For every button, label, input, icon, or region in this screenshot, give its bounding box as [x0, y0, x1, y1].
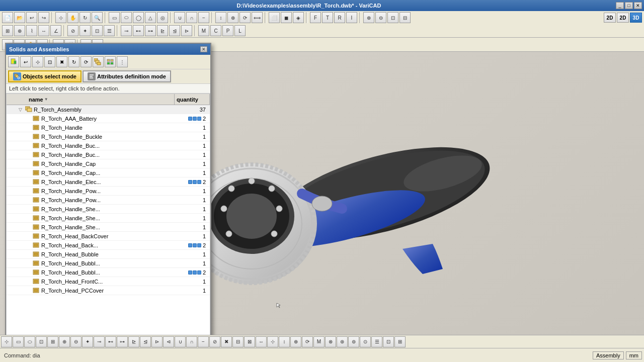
- constraint5[interactable]: ⊴: [169, 25, 180, 36]
- open-button[interactable]: 📂: [14, 12, 25, 23]
- tree-row[interactable]: R_Torch_Head_Bubbl...2: [7, 268, 210, 277]
- tree-row[interactable]: R_Torch_Handle_She...1: [7, 214, 210, 223]
- 2d-view-button[interactable]: 2D: [604, 13, 616, 23]
- box-button[interactable]: ▭: [109, 12, 120, 23]
- assembly-tree[interactable]: ⊡: [92, 25, 103, 36]
- dlg-sel2[interactable]: ⊡: [44, 56, 55, 67]
- 3d-view-button[interactable]: 3D: [630, 13, 642, 23]
- snap-line[interactable]: ⌇: [26, 25, 37, 36]
- dlg-list[interactable]: [105, 56, 116, 67]
- wireframe-button[interactable]: ⬜: [269, 12, 280, 23]
- sphere-button[interactable]: ◯: [133, 12, 144, 23]
- tree-row[interactable]: R_Torch_Handle_Pow...1: [7, 187, 210, 196]
- bt-10[interactable]: ⊷: [105, 336, 116, 347]
- new-button[interactable]: 📄: [2, 12, 13, 23]
- undo-button[interactable]: ↩: [26, 12, 37, 23]
- explode-view[interactable]: ✦: [79, 25, 91, 36]
- bt-25[interactable]: ↕: [279, 336, 290, 347]
- bt-22[interactable]: ⊠: [244, 336, 255, 347]
- torus-button[interactable]: ◎: [157, 12, 168, 23]
- tree-row[interactable]: R_Torch_Head_PCCover1: [7, 286, 210, 295]
- tree-row[interactable]: ▽ R_Torch_Assembly37: [7, 105, 210, 114]
- union-button[interactable]: ∪: [174, 12, 185, 23]
- bt-35[interactable]: ⊞: [394, 336, 406, 347]
- dlg-tree[interactable]: [93, 56, 104, 67]
- bt-34[interactable]: ⊡: [383, 336, 394, 347]
- dlg-new[interactable]: [8, 56, 19, 67]
- bt-3[interactable]: ⬭: [24, 336, 35, 347]
- objects-select-mode-button[interactable]: Objects select mode: [8, 70, 82, 82]
- render-button[interactable]: ◈: [293, 12, 304, 23]
- tree-row[interactable]: R_Torch_Handle_Cap...1: [7, 168, 210, 177]
- bt-20[interactable]: ✖: [221, 336, 232, 347]
- bt-1[interactable]: ⊹: [1, 336, 12, 347]
- bt-27[interactable]: ⟳: [302, 336, 313, 347]
- snap-grid[interactable]: ⊞: [2, 25, 13, 36]
- select-button[interactable]: ⊹: [55, 12, 66, 23]
- material-btn[interactable]: M: [198, 25, 209, 36]
- right-view[interactable]: R: [334, 12, 345, 23]
- tree-row[interactable]: R_Torch_Handle_Buckle1: [7, 132, 210, 141]
- bt-33[interactable]: ☰: [371, 336, 382, 347]
- tree-row[interactable]: R_Torch_Handle_Buc...1: [7, 150, 210, 159]
- tree-row[interactable]: R_Torch_Handle_She...1: [7, 223, 210, 232]
- tree-row[interactable]: R_Torch_Handle_Buc...1: [7, 141, 210, 150]
- constraint2[interactable]: ⊷: [133, 25, 144, 36]
- tree-row[interactable]: R_Torch_Handle_Pow...1: [7, 196, 210, 205]
- snap-point[interactable]: ⊕: [14, 25, 25, 36]
- bt-18[interactable]: −: [198, 336, 209, 347]
- bt-26[interactable]: ⊕: [290, 336, 301, 347]
- rotate3d-button[interactable]: ⟳: [239, 12, 251, 23]
- dlg-sel1[interactable]: ⊹: [32, 56, 43, 67]
- bt-19[interactable]: ⊘: [209, 336, 220, 347]
- subtract-button[interactable]: −: [198, 12, 209, 23]
- zoom-button[interactable]: 🔍: [92, 12, 103, 23]
- bt-12[interactable]: ⊵: [128, 336, 139, 347]
- bt-8[interactable]: ✦: [82, 336, 93, 347]
- col-name-header[interactable]: name ▼: [27, 94, 175, 105]
- bt-9[interactable]: ⊸: [94, 336, 105, 347]
- measure-dist[interactable]: ↔: [38, 25, 49, 36]
- bt-11[interactable]: ⊶: [117, 336, 128, 347]
- maximize-button[interactable]: □: [625, 2, 633, 9]
- mirror-button[interactable]: ⟺: [252, 12, 263, 23]
- tree-row[interactable]: R_Torch_Head_Bubbl...1: [7, 259, 210, 268]
- bt-31[interactable]: ⊚: [348, 336, 359, 347]
- dlg-ref1[interactable]: ↻: [68, 56, 79, 67]
- tree-row[interactable]: R_Torch_Head_Bubble1: [7, 250, 210, 259]
- section-view[interactable]: ⊘: [67, 25, 78, 36]
- move-button[interactable]: ↕: [215, 12, 226, 23]
- prop-btn[interactable]: P: [222, 25, 233, 36]
- bt-15[interactable]: ⊲: [163, 336, 174, 347]
- copy-button[interactable]: ⊕: [227, 12, 238, 23]
- layer-btn[interactable]: L: [234, 25, 246, 36]
- col-qty-header[interactable]: quantity: [175, 94, 210, 105]
- bt-7[interactable]: ⊖: [70, 336, 82, 347]
- shade-button[interactable]: ◼: [281, 12, 292, 23]
- attributes-mode-button[interactable]: Attributes definition mode: [83, 70, 171, 82]
- 2d-alt-button[interactable]: 2D: [617, 13, 629, 23]
- zoom-window[interactable]: ⊟: [399, 12, 411, 23]
- bt-17[interactable]: ∩: [186, 336, 197, 347]
- tree-row[interactable]: R_Torch_AAA_Battery2: [7, 114, 210, 123]
- bt-13[interactable]: ⊴: [140, 336, 151, 347]
- constraint6[interactable]: ⊳: [181, 25, 192, 36]
- dlg-del[interactable]: ✖: [56, 56, 67, 67]
- tree-content[interactable]: ▽ R_Torch_Assembly37 R_Torch_AAA_Battery…: [7, 105, 210, 335]
- tree-row[interactable]: R_Torch_Head_Back...2: [7, 241, 210, 250]
- bt-6[interactable]: ⊕: [59, 336, 70, 347]
- iso-view[interactable]: I: [346, 12, 357, 23]
- zoom-out[interactable]: ⊖: [375, 12, 386, 23]
- tree-row[interactable]: R_Torch_Head_BackCover1: [7, 232, 210, 241]
- front-view[interactable]: F: [310, 12, 321, 23]
- rotate-button[interactable]: ↻: [79, 12, 91, 23]
- color-btn[interactable]: C: [210, 25, 221, 36]
- cone-button[interactable]: △: [145, 12, 156, 23]
- bt-30[interactable]: ⊛: [337, 336, 348, 347]
- zoom-fit[interactable]: ⊡: [387, 12, 398, 23]
- bt-32[interactable]: ⊙: [360, 336, 371, 347]
- bt-23[interactable]: ↔: [256, 336, 267, 347]
- tree-row[interactable]: R_Torch_Handle1: [7, 123, 210, 132]
- bt-21[interactable]: ⊟: [232, 336, 244, 347]
- bt-16[interactable]: ∪: [175, 336, 186, 347]
